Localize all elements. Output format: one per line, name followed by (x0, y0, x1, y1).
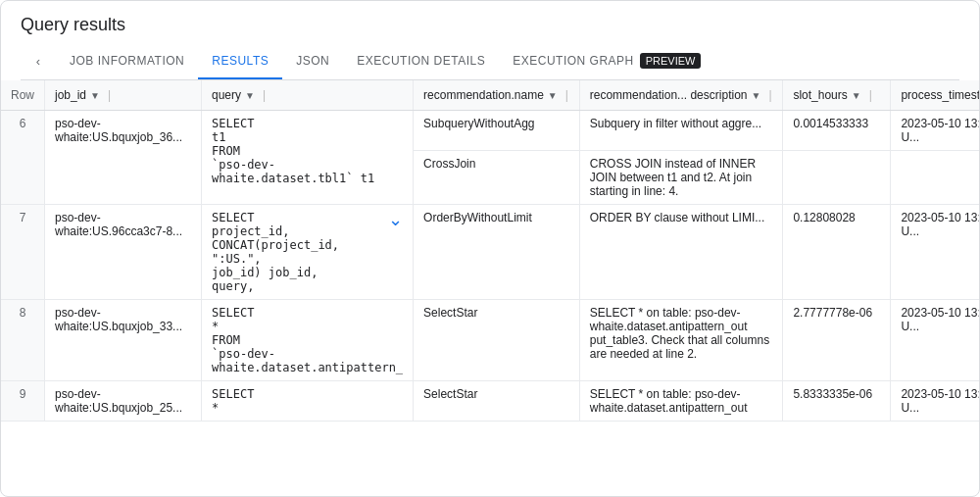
table-body: 6pso-dev-whaite:US.bquxjob_36...SELECT t… (1, 111, 979, 422)
cell-slot-hours: 2.7777778e-06 (783, 300, 891, 381)
back-button[interactable]: ‹ (24, 48, 52, 75)
col-label-job-id: job_id (55, 88, 86, 102)
table-header-row: Row job_id ▼ | query ▼ | (1, 80, 979, 111)
main-window: Query results ‹ JOB INFORMATION RESULTS … (0, 0, 980, 497)
tab-execution-graph-wrap[interactable]: EXECUTION GRAPH PREVIEW (499, 43, 714, 80)
cell-rec-name: OrderByWithoutLimit (414, 205, 580, 300)
cell-slot-hours (783, 151, 891, 205)
table-row: 7pso-dev-whaite:US.96cca3c7-8...SELECT p… (1, 205, 979, 300)
cell-query: SELECT project_id, CONCAT(project_id, ":… (202, 205, 414, 300)
cell-process-timestamp: 2023-05-10 13:33:10.884000 U... (891, 111, 979, 151)
page-title: Query results (21, 15, 959, 35)
col-header-process-ts: process_timestamp ▼ | (891, 80, 979, 111)
cell-job-id: pso-dev-whaite:US.bquxjob_25... (45, 381, 202, 422)
cell-process-timestamp: 2023-05-10 13:33:10.406000 U... (891, 381, 979, 422)
filter-icon-job-id[interactable]: ▼ (90, 90, 100, 101)
cell-slot-hours: 5.8333335e-06 (783, 381, 891, 422)
filter-icon-slot-hours[interactable]: ▼ (852, 90, 861, 101)
tab-execution-details[interactable]: EXECUTION DETAILS (343, 44, 499, 79)
expand-icon[interactable]: ⌄ (388, 211, 403, 228)
col-header-slot-hours: slot_hours ▼ | (783, 80, 891, 111)
cell-slot-hours: 0.12808028 (783, 205, 891, 300)
col-label-slot-hours: slot_hours (793, 88, 847, 102)
col-header-job-id: job_id ▼ | (45, 80, 202, 111)
tabs-row: ‹ JOB INFORMATION RESULTS JSON EXECUTION… (21, 43, 959, 80)
table-row: 6pso-dev-whaite:US.bquxjob_36...SELECT t… (1, 111, 979, 151)
cell-row-num: 7 (1, 205, 45, 300)
cell-process-timestamp: 2023-05-10 13:33:10.560000 U... (891, 300, 979, 381)
cell-rec-desc: Subquery in filter without aggre... (579, 111, 783, 151)
tab-execution-graph: EXECUTION GRAPH (513, 54, 634, 68)
col-header-row: Row (1, 80, 45, 111)
cell-job-id: pso-dev-whaite:US.96cca3c7-8... (45, 205, 202, 300)
cell-rec-desc: CROSS JOIN instead of INNER JOIN between… (579, 151, 783, 205)
cell-rec-name: CrossJoin (414, 151, 580, 205)
cell-rec-desc: SELECT * on table: pso-dev-whaite.datase… (579, 381, 783, 422)
col-label-row: Row (11, 88, 34, 102)
cell-rec-desc: SELECT * on table: pso-dev-whaite.datase… (579, 300, 783, 381)
preview-badge: PREVIEW (640, 53, 702, 69)
cell-row-num: 8 (1, 300, 45, 381)
resize-rec-desc[interactable]: | (768, 88, 772, 102)
col-label-query: query (212, 88, 241, 102)
cell-rec-name: SelectStar (414, 381, 580, 422)
filter-icon-rec-desc[interactable]: ▼ (751, 90, 760, 101)
results-table: Row job_id ▼ | query ▼ | (1, 80, 979, 422)
cell-job-id: pso-dev-whaite:US.bquxjob_36... (45, 111, 202, 205)
table-row: 9pso-dev-whaite:US.bquxjob_25...SELECT *… (1, 381, 979, 422)
cell-slot-hours: 0.0014533333 (783, 111, 891, 151)
resize-query[interactable]: | (263, 88, 267, 102)
cell-process-timestamp: 2023-05-10 13:33:10.700000 U... (891, 205, 979, 300)
cell-process-timestamp (891, 151, 979, 205)
table-container: Row job_id ▼ | query ▼ | (1, 80, 979, 496)
back-icon: ‹ (36, 54, 40, 69)
cell-rec-name: SubqueryWithoutAgg (414, 111, 580, 151)
cell-query: SELECT t1 FROM `pso-dev- whaite.dataset.… (202, 111, 414, 205)
col-header-rec-name: recommendation.name ▼ | (414, 80, 580, 111)
col-label-process-ts: process_timestamp (901, 88, 979, 102)
resize-job-id[interactable]: | (108, 88, 112, 102)
filter-icon-query[interactable]: ▼ (245, 90, 255, 101)
col-label-rec-desc: recommendation... description (590, 88, 748, 102)
col-label-rec-name: recommendation.name (423, 88, 544, 102)
cell-row-num: 9 (1, 381, 45, 422)
resize-slot-hours[interactable]: | (869, 88, 873, 102)
cell-query: SELECT * (202, 381, 414, 422)
title-bar: Query results ‹ JOB INFORMATION RESULTS … (1, 1, 979, 80)
cell-row-num: 6 (1, 111, 45, 205)
tab-job-information[interactable]: JOB INFORMATION (56, 44, 198, 79)
tab-json[interactable]: JSON (282, 44, 343, 79)
filter-icon-rec-name[interactable]: ▼ (548, 90, 558, 101)
cell-rec-name: SelectStar (414, 300, 580, 381)
resize-rec-name[interactable]: | (565, 88, 569, 102)
table-row: 8pso-dev-whaite:US.bquxjob_33...SELECT *… (1, 300, 979, 381)
cell-query: SELECT * FROM `pso-dev- whaite.dataset.a… (202, 300, 414, 381)
cell-rec-desc: ORDER BY clause without LIMI... (579, 205, 783, 300)
tab-results[interactable]: RESULTS (198, 44, 282, 79)
col-header-query: query ▼ | (202, 80, 414, 111)
cell-job-id: pso-dev-whaite:US.bquxjob_33... (45, 300, 202, 381)
col-header-rec-desc: recommendation... description ▼ | (579, 80, 783, 111)
